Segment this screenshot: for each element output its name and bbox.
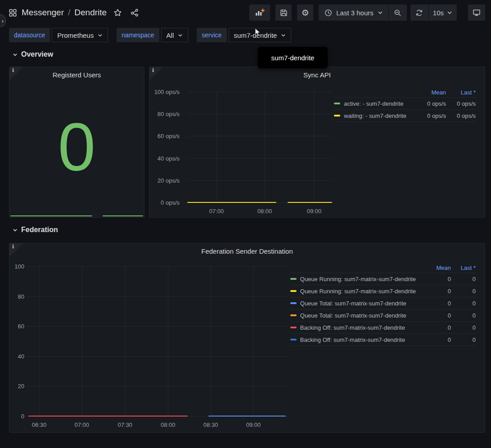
x-axis-tick-label: 09:00 [307, 208, 322, 215]
legend-series-label: Queue Running: sum7-matrix-sum7-dendrite [300, 276, 416, 282]
time-range-picker[interactable]: Last 3 hours [319, 4, 388, 21]
legend-series-label: active: - sum7-dendrite [344, 100, 403, 107]
refresh-controls-group: 10s [410, 4, 457, 21]
sidebar-expand-button[interactable]: › [0, 14, 6, 27]
panel-title[interactable]: Registerd Users [27, 71, 126, 79]
variable-service-select[interactable]: sum7-dendrite [229, 28, 292, 42]
y-axis-tick-label: 20 ops/s [158, 177, 180, 184]
refresh-dashboard-button[interactable] [410, 4, 428, 21]
legend-column-last[interactable]: Last * [446, 89, 476, 96]
horizontal-gridline [187, 136, 332, 136]
variable-service: service sum7-dendrite [197, 28, 291, 42]
horizontal-gridline [27, 266, 288, 267]
section-header-federation[interactable]: Federation [13, 226, 58, 234]
horizontal-gridline [27, 326, 288, 327]
variable-namespace-select[interactable]: All [161, 28, 189, 42]
refresh-interval-label: 10s [433, 9, 444, 17]
save-dashboard-button[interactable] [275, 4, 292, 21]
clock-icon [324, 9, 332, 17]
panel-sync-api: i Sync API 100 ops/s80 ops/s60 ops/s40 o… [149, 67, 485, 218]
chevron-down-icon [281, 33, 286, 38]
info-icon: i [12, 244, 14, 250]
variable-datasource: datasource Prometheus [9, 28, 108, 42]
legend-series-name[interactable]: waiting: - sum7-dendrite [334, 112, 414, 119]
info-icon: i [152, 67, 154, 73]
legend-value: 0 [424, 276, 451, 282]
legend-series-name[interactable]: Queue Running: sum7-matrix-sum7-dendrite [290, 276, 424, 282]
horizontal-gridline [27, 386, 288, 386]
panel-info-corner[interactable]: i [149, 67, 163, 81]
x-axis-tick-label: 08:00 [161, 421, 176, 428]
section-header-overview[interactable]: Overview [13, 50, 53, 58]
x-axis-tick-label: 08:30 [203, 421, 218, 428]
breadcrumb-folder[interactable]: Messenger [22, 8, 64, 18]
y-axis: 100 ops/s80 ops/s60 ops/s40 ops/s20 ops/… [149, 92, 180, 202]
legend-series-label: waiting: - sum7-dendrite [344, 112, 406, 119]
vertical-gridline [211, 266, 211, 416]
sparkline-segment [103, 215, 143, 216]
legend-series-name[interactable]: Backing Off: sum7-matrix-sum7-dendrite [290, 324, 424, 331]
chevron-down-icon [447, 10, 452, 15]
breadcrumb-dashboard-name[interactable]: Dendrite [74, 8, 107, 18]
legend-value: 0 [451, 276, 476, 282]
star-dashboard-button[interactable] [113, 9, 122, 17]
horizontal-gridline [187, 158, 332, 159]
panel-title[interactable]: Federation Sender Destination [27, 247, 467, 255]
variable-datasource-select[interactable]: Prometheus [52, 28, 108, 42]
legend-value: 0 [451, 300, 476, 307]
legend-row: Queue Running: sum7-matrix-sum7-dendrite… [290, 273, 476, 285]
x-axis-tick-label: 07:30 [118, 421, 133, 428]
breadcrumb-separator: / [68, 8, 70, 18]
series-color-marker [290, 302, 297, 304]
refresh-icon [415, 9, 423, 17]
legend-series-label: Queue Total: sum7-matrix-sum7-dendrite [300, 300, 406, 307]
tv-mode-button[interactable] [468, 4, 485, 21]
breadcrumb: Messenger / Dendrite [9, 0, 139, 25]
chart-legend: MeanLast *Queue Running: sum7-matrix-sum… [290, 263, 476, 346]
legend-column-mean[interactable]: Mean [424, 264, 451, 271]
zoom-out-time-button[interactable] [389, 4, 407, 21]
panel-info-corner[interactable]: i [9, 243, 23, 257]
series-color-marker [290, 314, 297, 316]
y-axis-tick-label: 60 ops/s [158, 133, 180, 139]
legend-column-last[interactable]: Last * [451, 264, 476, 271]
legend-series-label: Queue Running: sum7-matrix-sum7-dendrite [300, 288, 416, 295]
legend-series-label: Backing Off: sum7-matrix-sum7-dendrite [300, 324, 405, 331]
template-variables-row: datasource Prometheus namespace All serv… [9, 28, 300, 42]
x-axis-tick-label: 07:00 [209, 208, 224, 215]
variable-namespace-value: All [167, 31, 174, 39]
panel-title[interactable]: Sync API [167, 71, 467, 79]
horizontal-gridline [187, 180, 332, 181]
magnifier-minus-icon [394, 9, 401, 17]
legend-series-name[interactable]: Backing Off: sum7-matrix-sum7-dendrite [290, 336, 424, 343]
dashboard-settings-button[interactable]: ⚙ [297, 4, 313, 21]
legend-value: 0 [424, 336, 451, 343]
legend-row: active: - sum7-dendrite0 ops/s0 ops/s [334, 98, 476, 110]
info-icon: i [12, 67, 14, 73]
legend-series-name[interactable]: Queue Total: sum7-matrix-sum7-dendrite [290, 312, 424, 319]
share-dashboard-button[interactable] [131, 9, 139, 17]
y-axis-tick-label: 80 [18, 293, 24, 300]
refresh-interval-picker[interactable]: 10s [429, 4, 457, 21]
variable-namespace-label: namespace [117, 28, 159, 42]
series-color-marker [290, 278, 297, 280]
x-axis-tick-label: 07:00 [75, 421, 90, 428]
legend-value: 0 [451, 312, 476, 319]
section-title: Federation [21, 226, 58, 234]
y-axis-tick-label: 0 [21, 413, 24, 420]
chevron-down-icon [178, 33, 183, 38]
vertical-gridline [82, 266, 82, 416]
add-panel-button[interactable] [249, 4, 270, 21]
legend-row: waiting: - sum7-dendrite0 ops/s0 ops/s [334, 110, 476, 122]
legend-series-name[interactable]: Queue Total: sum7-matrix-sum7-dendrite [290, 300, 424, 307]
legend-series-name[interactable]: Queue Running: sum7-matrix-sum7-dendrite [290, 288, 424, 295]
panel-info-corner[interactable]: i [9, 67, 23, 81]
variable-datasource-label: datasource [9, 28, 50, 42]
chart-legend: MeanLast *active: - sum7-dendrite0 ops/s… [334, 88, 476, 122]
time-range-label: Last 3 hours [336, 9, 374, 17]
chart-plot-area [187, 92, 332, 202]
legend-value: 0 [424, 324, 451, 331]
legend-column-mean[interactable]: Mean [414, 89, 446, 96]
star-icon [113, 9, 122, 17]
legend-series-name[interactable]: active: - sum7-dendrite [334, 100, 414, 107]
